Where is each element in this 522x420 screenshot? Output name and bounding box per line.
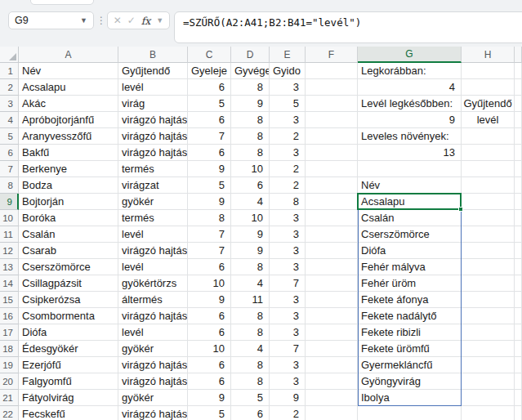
cell-E14[interactable]: 7: [270, 275, 306, 292]
cell-B15[interactable]: áltermés: [118, 292, 188, 308]
cell-C20[interactable]: 6: [188, 373, 231, 390]
cell-D22[interactable]: 6: [231, 406, 270, 420]
cell-D20[interactable]: 8: [231, 373, 270, 390]
cell-A3[interactable]: Akác: [19, 96, 118, 112]
cell-H10[interactable]: [462, 210, 515, 226]
row-header-13[interactable]: 13: [0, 259, 19, 275]
cell-A8[interactable]: Bodza: [19, 177, 118, 194]
column-header-cut[interactable]: [515, 47, 522, 63]
cell-H19[interactable]: [462, 357, 515, 373]
cell-D17[interactable]: 8: [231, 324, 270, 341]
cell-B21[interactable]: gyökér: [118, 390, 188, 406]
cell-F16[interactable]: [306, 308, 358, 324]
cell-E22[interactable]: 2: [270, 406, 306, 420]
cell-cut-8[interactable]: [515, 177, 522, 194]
cell-D3[interactable]: 9: [231, 96, 270, 112]
cell-B22[interactable]: virágzó hajtás: [118, 406, 188, 420]
cell-A12[interactable]: Csarab: [19, 243, 118, 259]
cell-G22[interactable]: [358, 406, 462, 420]
cell-D19[interactable]: 8: [231, 357, 270, 373]
cell-cut-10[interactable]: [515, 210, 522, 226]
cell-D18[interactable]: 4: [231, 341, 270, 357]
cell-F7[interactable]: [306, 161, 358, 177]
row-header-12[interactable]: 12: [0, 243, 19, 259]
cell-H6[interactable]: [462, 145, 515, 161]
cell-H17[interactable]: [462, 324, 515, 341]
cell-H13[interactable]: [462, 259, 515, 275]
cell-cut-3[interactable]: [515, 96, 522, 112]
cell-cut-4[interactable]: [515, 112, 522, 128]
cell-F19[interactable]: [306, 357, 358, 373]
cell-G19[interactable]: Gyermekláncfű: [358, 357, 462, 373]
cell-E19[interactable]: 3: [270, 357, 306, 373]
cell-F15[interactable]: [306, 292, 358, 308]
cell-cut-12[interactable]: [515, 243, 522, 259]
name-box[interactable]: G9 ▼: [8, 11, 94, 29]
cell-G12[interactable]: Diófa: [358, 243, 462, 259]
cell-G4[interactable]: 9: [358, 112, 462, 128]
cell-E12[interactable]: 3: [270, 243, 306, 259]
cell-cut-18[interactable]: [515, 341, 522, 357]
cell-G5[interactable]: Leveles növények:: [358, 128, 462, 145]
cell-D13[interactable]: 8: [231, 259, 270, 275]
cell-B9[interactable]: gyökér: [118, 194, 188, 210]
cell-G17[interactable]: Fekete ribizli: [358, 324, 462, 341]
cell-E5[interactable]: 2: [270, 128, 306, 145]
cell-D8[interactable]: 6: [231, 177, 270, 194]
cell-H22[interactable]: [462, 406, 515, 420]
cell-B3[interactable]: virág: [118, 96, 188, 112]
cell-F6[interactable]: [306, 145, 358, 161]
cell-A17[interactable]: Diófa: [19, 324, 118, 341]
cell-G18[interactable]: Fekete ürömfű: [358, 341, 462, 357]
cell-C12[interactable]: 7: [188, 243, 231, 259]
cell-H5[interactable]: [462, 128, 515, 145]
cell-A1[interactable]: Név: [19, 63, 118, 79]
cell-F8[interactable]: [306, 177, 358, 194]
cell-D16[interactable]: 8: [231, 308, 270, 324]
row-header-16[interactable]: 16: [0, 308, 19, 324]
cell-A6[interactable]: Bakfű: [19, 145, 118, 161]
row-header-4[interactable]: 4: [0, 112, 19, 128]
cell-B8[interactable]: virágzat: [118, 177, 188, 194]
cell-cut-6[interactable]: [515, 145, 522, 161]
cell-E7[interactable]: 2: [270, 161, 306, 177]
cell-H18[interactable]: [462, 341, 515, 357]
cell-C16[interactable]: 6: [188, 308, 231, 324]
row-header-8[interactable]: 8: [0, 177, 19, 194]
cell-A20[interactable]: Falgyomfű: [19, 373, 118, 390]
cell-A7[interactable]: Berkenye: [19, 161, 118, 177]
cell-C21[interactable]: 9: [188, 390, 231, 406]
row-header-3[interactable]: 3: [0, 96, 19, 112]
row-header-14[interactable]: 14: [0, 275, 19, 292]
cell-G15[interactable]: Fekete áfonya: [358, 292, 462, 308]
cell-G7[interactable]: [358, 161, 462, 177]
row-header-6[interactable]: 6: [0, 145, 19, 161]
cell-A9[interactable]: Bojtorján: [19, 194, 118, 210]
cell-F11[interactable]: [306, 226, 358, 243]
cell-G21[interactable]: Ibolya: [358, 390, 462, 406]
cell-H3[interactable]: Gyűjtendő: [462, 96, 515, 112]
cell-G13[interactable]: Fehér mályva: [358, 259, 462, 275]
cell-A19[interactable]: Ezerjófű: [19, 357, 118, 373]
row-header-15[interactable]: 15: [0, 292, 19, 308]
cell-H7[interactable]: [462, 161, 515, 177]
cell-H4[interactable]: levél: [462, 112, 515, 128]
cell-A2[interactable]: Acsalapu: [19, 79, 118, 96]
cell-C15[interactable]: 9: [188, 292, 231, 308]
cell-A18[interactable]: Édesgyökér: [19, 341, 118, 357]
cell-E21[interactable]: 9: [270, 390, 306, 406]
cell-B12[interactable]: virágzó hajtás: [118, 243, 188, 259]
cell-cut-19[interactable]: [515, 357, 522, 373]
cell-D10[interactable]: 10: [231, 210, 270, 226]
cell-cut-14[interactable]: [515, 275, 522, 292]
cell-H15[interactable]: [462, 292, 515, 308]
row-header-17[interactable]: 17: [0, 324, 19, 341]
row-header-9[interactable]: 9: [0, 194, 19, 210]
cell-F9[interactable]: [306, 194, 358, 210]
cell-F17[interactable]: [306, 324, 358, 341]
chevron-down-icon[interactable]: ▼: [80, 17, 87, 25]
cell-B11[interactable]: levél: [118, 226, 188, 243]
enter-icon[interactable]: ✓: [127, 16, 136, 25]
cell-cut-2[interactable]: [515, 79, 522, 96]
cell-cut-1[interactable]: [515, 63, 522, 79]
